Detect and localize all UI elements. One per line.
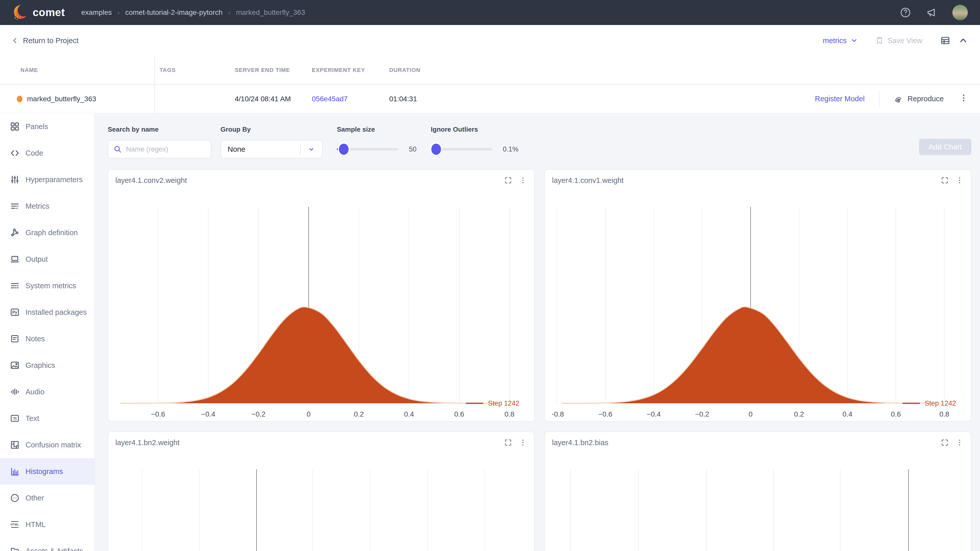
ignore-outliers-slider-thumb[interactable]	[431, 144, 441, 155]
search-box[interactable]	[108, 140, 211, 159]
search-icon	[113, 145, 122, 154]
col-header-duration: DURATION	[389, 67, 420, 73]
sidebar-item-graphics[interactable]: Graphics	[0, 352, 95, 379]
sidebar-item-text[interactable]: Tt Text	[0, 405, 95, 432]
save-view-button[interactable]: Save View	[875, 36, 923, 45]
chevron-down-icon	[850, 37, 858, 44]
sidebar-item-assets-artifacts[interactable]: Assets & Artifacts	[0, 538, 95, 551]
sample-size-value: 50	[409, 145, 417, 153]
sidebar-item-label: Graph definition	[25, 229, 78, 237]
fullscreen-icon[interactable]	[504, 438, 512, 447]
user-avatar[interactable]	[952, 4, 968, 21]
sidebar-item-audio[interactable]: Audio	[0, 379, 95, 405]
histogram-plot[interactable]	[115, 469, 527, 551]
help-icon[interactable]	[900, 7, 911, 18]
breadcrumb-project[interactable]: comet-tutorial-2-image-pytorch	[125, 8, 223, 17]
svg-text:0.2: 0.2	[354, 410, 364, 418]
sidebar-item-confusion-matrix[interactable]: Confusion matrix	[0, 432, 95, 458]
table-row[interactable]: marked_butterfly_363 4/10/24 08:41 AM 05…	[0, 85, 980, 113]
kebab-icon[interactable]	[956, 176, 964, 184]
kebab-icon[interactable]	[519, 176, 527, 184]
sidebar-item-installed-packages[interactable]: Py Installed packages	[0, 299, 95, 326]
sidebar-item-hyperparameters[interactable]: Hyperparameters	[0, 166, 95, 193]
register-model-link[interactable]: Register Model	[815, 95, 865, 103]
sidebar-item-html[interactable]: HTML HTML	[0, 511, 95, 538]
svg-text:0: 0	[749, 410, 752, 418]
breadcrumb-separator: ›	[118, 9, 120, 17]
sidebar-item-metrics[interactable]: Metrics	[0, 193, 95, 219]
fullscreen-icon[interactable]	[941, 438, 949, 447]
announcements-icon[interactable]	[926, 7, 937, 18]
search-label: Search by name	[108, 125, 211, 133]
confusion-matrix-icon	[10, 440, 20, 450]
view-dropdown[interactable]: metrics	[823, 37, 858, 45]
group-by-select[interactable]: None	[221, 140, 323, 159]
sample-size-slider-thumb[interactable]	[339, 144, 348, 155]
search-input[interactable]	[126, 145, 206, 153]
top-navbar: comet examples › comet-tutorial-2-image-…	[0, 0, 980, 25]
kebab-icon[interactable]	[956, 438, 964, 447]
experiment-name[interactable]: marked_butterfly_363	[27, 95, 96, 103]
sliders-icon	[10, 175, 20, 185]
comet-logo[interactable]: comet	[12, 4, 65, 21]
kebab-icon[interactable]	[519, 438, 527, 447]
svg-text:0.6: 0.6	[454, 410, 464, 418]
return-to-project-button[interactable]: Return to Project	[12, 37, 79, 45]
sidebar-item-system-metrics[interactable]: System metrics	[0, 272, 95, 299]
table-header: NAME TAGS SERVER END TIME EXPERIMENT KEY…	[0, 56, 980, 85]
chevron-down-icon	[307, 145, 315, 153]
sidebar-item-panels[interactable]: Panels	[0, 113, 95, 140]
svg-text:−0.6: −0.6	[598, 410, 612, 418]
html-icon: HTML	[10, 519, 20, 530]
histogram-plot[interactable]: −0.8−0.6−0.4−0.200.20.40.60.8Step 1242	[552, 207, 964, 424]
chart-title: layer4.1.bn2.bias	[552, 438, 608, 447]
sidebar-item-output[interactable]: Output	[0, 246, 95, 272]
sidebar-item-label: Notes	[25, 335, 45, 343]
group-by-block: Group By None	[221, 125, 323, 159]
sidebar-item-code[interactable]: Code	[0, 140, 95, 166]
svg-text:0.4: 0.4	[404, 410, 414, 418]
experiment-key-link[interactable]: 056e45ad7	[312, 95, 348, 103]
save-view-label: Save View	[888, 37, 923, 45]
bookmark-icon	[875, 36, 884, 45]
sidebar-item-label: Histograms	[25, 467, 63, 476]
svg-text:−0.2: −0.2	[251, 410, 266, 418]
terminal-icon	[10, 254, 20, 264]
add-chart-button[interactable]: Add Chart	[919, 139, 971, 155]
histogram-plot[interactable]	[552, 469, 964, 551]
row-divider	[879, 91, 880, 107]
reproduce-label: Reproduce	[907, 95, 944, 103]
sidebar-item-label: Audio	[25, 388, 45, 396]
status-dot	[17, 96, 22, 102]
row-menu-button[interactable]	[959, 94, 968, 104]
svg-text:0.6: 0.6	[891, 410, 901, 418]
svg-text:−0.2: −0.2	[695, 410, 709, 418]
sidebar-item-graph-definition[interactable]: Graph definition	[0, 219, 95, 246]
sidebar-item-label: Confusion matrix	[25, 441, 81, 449]
chart-title: layer4.1.bn2.weight	[115, 438, 180, 447]
reproduce-button[interactable]: Reproduce	[893, 94, 944, 104]
histogram-plot[interactable]: −0.6−0.4−0.200.20.40.60.8Step 1242	[115, 207, 527, 424]
fullscreen-icon[interactable]	[504, 176, 512, 184]
python-packages-icon: Py	[10, 307, 20, 318]
fullscreen-icon[interactable]	[941, 176, 949, 184]
kebab-icon	[959, 94, 968, 103]
sidebar-item-histograms[interactable]: Histograms	[0, 458, 95, 485]
sidebar-item-notes[interactable]: Notes	[0, 326, 95, 352]
group-by-label: Group By	[221, 125, 323, 133]
sidebar-item-other[interactable]: Other	[0, 485, 95, 511]
svg-text:−0.6: −0.6	[151, 410, 165, 418]
system-metrics-icon	[10, 281, 20, 291]
server-end-time: 4/10/24 08:41 AM	[235, 95, 291, 103]
sidebar-item-label: Assets & Artifacts	[25, 547, 83, 551]
breadcrumb-workspace[interactable]: examples	[81, 8, 112, 17]
sample-size-slider[interactable]	[337, 148, 398, 151]
table-view-icon[interactable]	[940, 35, 950, 46]
ignore-outliers-slider[interactable]	[431, 148, 492, 151]
svg-text:0: 0	[307, 410, 311, 418]
col-header-tags: TAGS	[159, 67, 176, 73]
collapse-chevron-icon[interactable]	[958, 35, 968, 46]
back-chevron-icon	[12, 37, 18, 44]
col-header-server-end-time: SERVER END TIME	[235, 67, 290, 73]
group-by-value: None	[221, 145, 300, 154]
